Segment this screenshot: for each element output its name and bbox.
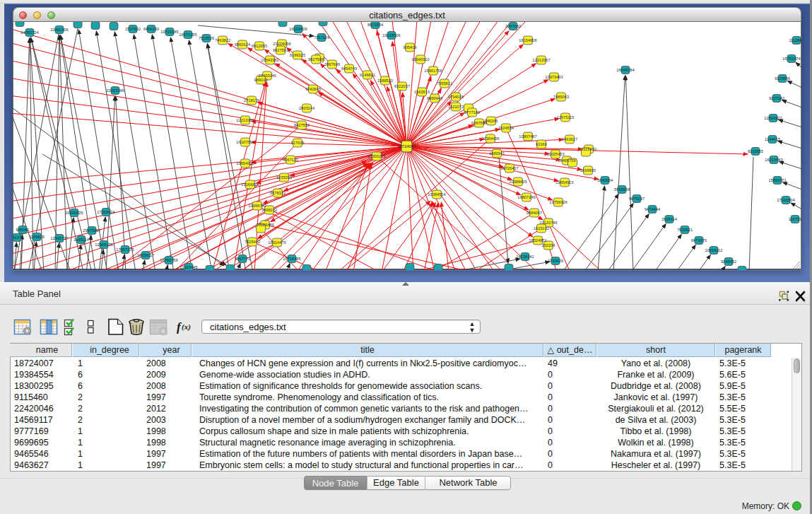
svg-text:6794028: 6794028 [448,95,464,99]
svg-text:1235359: 1235359 [276,175,292,180]
svg-text:6466160: 6466160 [143,27,159,31]
svg-text:10688609: 10688609 [509,180,526,184]
svg-text:20206535: 20206535 [65,211,83,215]
svg-text:15716485: 15716485 [283,257,300,261]
svg-text:18724007: 18724007 [397,144,416,148]
svg-text:2803144: 2803144 [299,106,314,110]
svg-text:5958928: 5958928 [614,187,630,192]
svg-text:9329966: 9329966 [775,76,790,81]
svg-text:12942737: 12942737 [50,236,68,240]
svg-text:9857771: 9857771 [235,257,250,261]
svg-text:20691406: 20691406 [50,28,68,32]
svg-text:10973493: 10973493 [545,75,563,79]
svg-text:9245052: 9245052 [721,259,736,264]
svg-text:9860124: 9860124 [235,42,250,47]
svg-text:7955812: 7955812 [437,81,452,86]
svg-text:12905135: 12905135 [95,243,112,247]
svg-text:9699695: 9699695 [580,168,596,173]
svg-text:23226058: 23226058 [273,42,290,46]
svg-text:19218506: 19218506 [382,33,400,37]
svg-text:29975867: 29975867 [83,228,100,233]
svg-text:2867608: 2867608 [324,62,340,66]
svg-text:19166825: 19166825 [241,182,259,187]
svg-text:9463627: 9463627 [562,137,577,141]
svg-text:1588520: 1588520 [377,78,393,83]
svg-text:1733426: 1733426 [548,259,563,263]
svg-text:16961758: 16961758 [424,69,442,73]
svg-text:9474444: 9474444 [645,207,660,211]
svg-text:12923445: 12923445 [180,265,197,269]
svg-text:1244415: 1244415 [765,137,780,141]
svg-text:15720407: 15720407 [500,166,518,170]
svg-text:19384554: 19384554 [428,192,445,197]
svg-text:9242845: 9242845 [305,87,321,91]
svg-text:1145114: 1145114 [73,238,88,242]
svg-text:1562615: 1562615 [414,90,430,94]
svg-text:10958117: 10958117 [137,253,155,257]
svg-text:19654925: 19654925 [236,161,254,165]
svg-text:20364436: 20364436 [481,136,499,141]
svg-text:989013: 989013 [254,78,268,82]
svg-text:2718176: 2718176 [244,98,259,103]
svg-text:8678332: 8678332 [270,191,286,195]
svg-text:7632621: 7632621 [677,228,693,232]
svg-text:12213967: 12213967 [532,58,550,62]
svg-text:20053346: 20053346 [106,88,124,93]
svg-text:8454749: 8454749 [341,66,357,71]
svg-text:917006: 917006 [291,141,305,145]
svg-text:(x): (x) [182,322,191,332]
svg-text:12975115: 12975115 [557,115,575,119]
svg-text:17359924: 17359924 [97,210,114,214]
svg-text:8990448: 8990448 [427,96,442,100]
svg-text:7357224: 7357224 [314,35,329,40]
svg-text:7485063: 7485063 [553,95,569,99]
svg-text:10025453: 10025453 [546,152,564,156]
svg-text:746266: 746266 [485,119,498,123]
svg-text:252254: 252254 [542,243,555,247]
svg-text:62160: 62160 [536,142,547,146]
svg-text:9227342: 9227342 [769,96,784,100]
svg-text:16640910: 16640910 [411,57,429,62]
svg-text:3498222: 3498222 [261,208,277,212]
svg-text:14055724: 14055724 [20,30,38,35]
svg-text:16154808: 16154808 [519,38,536,42]
svg-text:1640954: 1640954 [597,178,613,182]
svg-text:1156829: 1156829 [29,235,45,239]
svg-text:18807249: 18807249 [517,195,535,199]
svg-text:12213369: 12213369 [236,118,254,122]
svg-text:9115460: 9115460 [581,147,596,151]
svg-text:3324554: 3324554 [498,126,514,130]
svg-text:1112843: 1112843 [789,38,801,42]
svg-text:8471676: 8471676 [691,238,707,243]
svg-text:17957275: 17957275 [116,247,134,252]
svg-text:1527602: 1527602 [125,27,141,31]
svg-text:9146821: 9146821 [360,73,375,77]
svg-text:1880341: 1880341 [489,151,505,156]
svg-text:8427552: 8427552 [294,123,310,127]
svg-text:17016504: 17016504 [777,198,794,202]
svg-text:9684067: 9684067 [526,211,542,215]
svg-text:9827508: 9827508 [308,57,324,62]
svg-text:15692971: 15692971 [768,178,786,182]
svg-text:15751074: 15751074 [782,57,800,61]
svg-text:7515526: 7515526 [199,36,214,40]
svg-text:15300275: 15300275 [367,154,385,158]
svg-text:1621072: 1621072 [448,105,464,109]
svg-text:18524851: 18524851 [529,238,546,243]
svg-text:16648784: 16648784 [616,68,634,72]
svg-text:1615132: 1615132 [534,226,549,230]
svg-text:16671355: 16671355 [179,33,196,37]
svg-text:7463822: 7463822 [215,38,230,42]
svg-text:9777169: 9777169 [464,110,480,115]
svg-text:12093822: 12093822 [764,116,782,120]
svg-text:8322037: 8322037 [394,84,410,88]
svg-text:8813054: 8813054 [367,23,383,27]
svg-text:19654923: 19654923 [555,180,573,185]
svg-text:2087682: 2087682 [505,24,521,28]
svg-text:10807487: 10807487 [519,134,536,139]
svg-text:18495759: 18495759 [558,158,575,163]
svg-text:8267130: 8267130 [283,158,298,162]
svg-text:10120746: 10120746 [539,221,557,225]
svg-text:391531: 391531 [13,235,23,240]
svg-text:14136141: 14136141 [516,255,534,259]
